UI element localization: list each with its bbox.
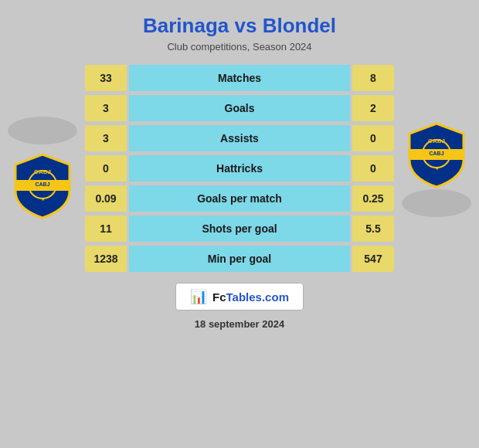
- right-team-logo: CABJ CABJ ★: [406, 120, 467, 189]
- comparison-area: CABJ CABJ ★ 33Matches83Goals23Assists00H…: [0, 65, 479, 272]
- stat-left-value: 1238: [85, 246, 127, 272]
- stat-left-value: 11: [85, 216, 127, 242]
- stat-row: 33Matches8: [85, 65, 394, 91]
- stat-right-value: 2: [352, 95, 394, 121]
- stats-column: 33Matches83Goals23Assists00Hattricks00.0…: [85, 65, 394, 272]
- stat-label-text: Matches: [129, 65, 350, 91]
- stat-left-value: 3: [85, 125, 127, 151]
- svg-text:CABJ: CABJ: [428, 137, 445, 144]
- svg-text:★: ★: [435, 166, 439, 171]
- stat-left-value: 0.09: [85, 185, 127, 212]
- stat-row: 0Hattricks0: [85, 155, 394, 182]
- date-label: 18 september 2024: [195, 318, 284, 330]
- stat-left-value: 33: [85, 65, 127, 91]
- stat-right-value: 5.5: [352, 216, 394, 242]
- svg-text:★: ★: [41, 197, 45, 202]
- page-title: Barinaga vs Blondel: [143, 14, 336, 38]
- stat-row: 1238Min per goal547: [85, 246, 394, 272]
- stat-label-text: Goals: [129, 95, 350, 121]
- page-subtitle: Club competitions, Season 2024: [167, 41, 311, 53]
- watermark-text: FcTables.com: [212, 290, 289, 304]
- stat-right-value: 0.25: [352, 185, 394, 212]
- stat-right-value: 0: [352, 155, 394, 182]
- svg-text:CABJ: CABJ: [34, 168, 51, 175]
- stat-left-value: 0: [85, 155, 127, 182]
- stat-right-value: 0: [352, 125, 394, 151]
- stat-label-text: Min per goal: [129, 246, 350, 272]
- right-logo-oval: [402, 189, 471, 217]
- stat-row: 3Assists0: [85, 125, 394, 151]
- watermark-icon: 📊: [190, 288, 207, 305]
- left-logo-oval: [8, 117, 77, 144]
- stat-label-text: Hattricks: [129, 155, 350, 182]
- stat-label-text: Shots per goal: [129, 216, 350, 242]
- right-logo-col: CABJ CABJ ★: [394, 120, 479, 217]
- stat-right-value: 8: [352, 65, 394, 91]
- page-wrapper: Barinaga vs Blondel Club competitions, S…: [0, 0, 479, 448]
- stat-row: 3Goals2: [85, 95, 394, 121]
- svg-text:CABJ: CABJ: [429, 151, 443, 156]
- watermark-box: 📊 FcTables.com: [175, 283, 304, 311]
- watermark-accent: Tables.com: [226, 290, 289, 304]
- stat-right-value: 547: [352, 246, 394, 272]
- left-team-logo: CABJ CABJ ★: [12, 151, 73, 220]
- stat-row: 11Shots per goal5.5: [85, 216, 394, 242]
- stat-row: 0.09Goals per match0.25: [85, 185, 394, 212]
- stat-left-value: 3: [85, 95, 127, 121]
- svg-text:CABJ: CABJ: [35, 182, 49, 187]
- stat-label-text: Assists: [129, 125, 350, 151]
- stat-label-text: Goals per match: [129, 185, 350, 212]
- left-logo-col: CABJ CABJ ★: [0, 117, 85, 220]
